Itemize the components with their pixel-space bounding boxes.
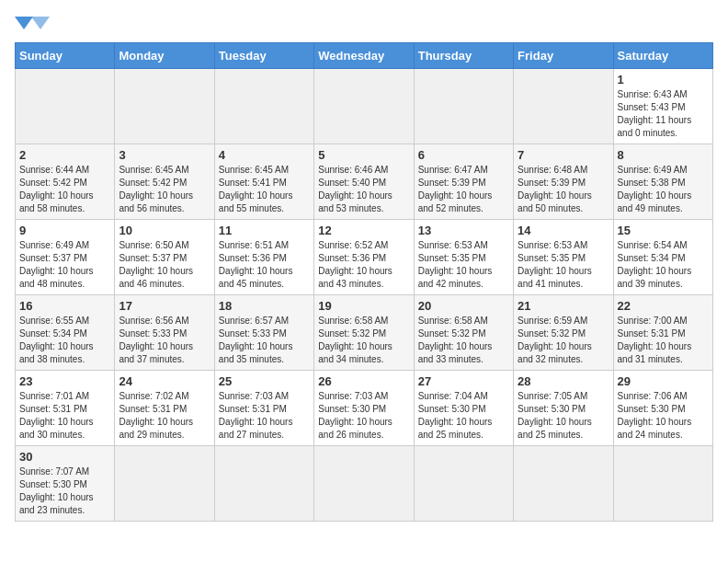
day-info: Sunrise: 6:44 AMSunset: 5:42 PMDaylight:… [19,164,110,215]
calendar-cell: 5Sunrise: 6:46 AMSunset: 5:40 PMDaylight… [314,144,414,220]
day-info: Sunrise: 7:06 AMSunset: 5:30 PMDaylight:… [618,390,709,442]
day-info: Sunrise: 6:54 AMSunset: 5:34 PMDaylight:… [618,239,709,291]
day-number: 2 [19,148,110,162]
calendar-cell: 1Sunrise: 6:43 AMSunset: 5:43 PMDaylight… [613,69,712,144]
day-info: Sunrise: 7:02 AMSunset: 5:31 PMDaylight:… [119,390,210,442]
calendar-cell [16,69,115,144]
calendar-cell: 23Sunrise: 7:01 AMSunset: 5:31 PMDayligh… [16,371,115,446]
day-info: Sunrise: 6:45 AMSunset: 5:42 PMDaylight:… [119,164,210,215]
day-number: 11 [219,224,310,237]
day-info: Sunrise: 6:49 AMSunset: 5:38 PMDaylight:… [618,164,709,215]
day-info: Sunrise: 7:03 AMSunset: 5:30 PMDaylight:… [318,390,409,442]
calendar-cell: 29Sunrise: 7:06 AMSunset: 5:30 PMDayligh… [613,371,712,446]
day-info: Sunrise: 6:51 AMSunset: 5:36 PMDaylight:… [219,239,310,291]
day-info: Sunrise: 7:05 AMSunset: 5:30 PMDaylight:… [518,390,609,442]
day-info: Sunrise: 6:55 AMSunset: 5:34 PMDaylight:… [19,315,110,366]
day-info: Sunrise: 6:58 AMSunset: 5:32 PMDaylight:… [318,315,409,366]
calendar-cell [414,69,513,144]
day-number: 9 [19,224,110,237]
day-number: 3 [119,148,210,162]
day-info: Sunrise: 6:49 AMSunset: 5:37 PMDaylight:… [19,239,110,291]
calendar-cell [514,446,613,522]
day-number: 19 [318,299,409,313]
day-number: 12 [318,224,409,237]
calendar-cell [613,446,712,522]
calendar-cell: 11Sunrise: 6:51 AMSunset: 5:36 PMDayligh… [214,220,313,295]
calendar-cell [414,446,513,522]
day-info: Sunrise: 6:45 AMSunset: 5:41 PMDaylight:… [219,164,310,215]
page-header [15,15,713,31]
calendar-week-1: 1Sunrise: 6:43 AMSunset: 5:43 PMDaylight… [16,69,713,144]
day-info: Sunrise: 6:56 AMSunset: 5:33 PMDaylight:… [119,315,210,366]
day-info: Sunrise: 6:46 AMSunset: 5:40 PMDaylight:… [318,164,409,215]
day-info: Sunrise: 6:47 AMSunset: 5:39 PMDaylight:… [418,164,509,215]
calendar-week-5: 23Sunrise: 7:01 AMSunset: 5:31 PMDayligh… [16,371,713,446]
calendar-cell: 15Sunrise: 6:54 AMSunset: 5:34 PMDayligh… [613,220,712,295]
day-number: 20 [418,299,509,313]
day-info: Sunrise: 6:48 AMSunset: 5:39 PMDaylight:… [518,164,609,215]
day-info: Sunrise: 7:00 AMSunset: 5:31 PMDaylight:… [618,315,709,366]
calendar-cell: 16Sunrise: 6:55 AMSunset: 5:34 PMDayligh… [16,295,115,371]
day-number: 16 [19,299,110,313]
day-info: Sunrise: 6:59 AMSunset: 5:32 PMDaylight:… [518,315,609,366]
col-header-saturday: Saturday [613,43,712,69]
day-info: Sunrise: 6:58 AMSunset: 5:32 PMDaylight:… [418,315,509,366]
day-number: 7 [518,148,609,162]
svg-marker-1 [31,17,50,29]
day-info: Sunrise: 6:53 AMSunset: 5:35 PMDaylight:… [518,239,609,291]
calendar-cell [214,446,313,522]
day-info: Sunrise: 7:01 AMSunset: 5:31 PMDaylight:… [19,390,110,442]
day-number: 25 [219,374,310,388]
calendar-cell: 24Sunrise: 7:02 AMSunset: 5:31 PMDayligh… [115,371,214,446]
day-info: Sunrise: 6:57 AMSunset: 5:33 PMDaylight:… [219,315,310,366]
day-number: 4 [219,148,310,162]
col-header-tuesday: Tuesday [214,43,313,69]
day-info: Sunrise: 6:52 AMSunset: 5:36 PMDaylight:… [318,239,409,291]
calendar-week-2: 2Sunrise: 6:44 AMSunset: 5:42 PMDaylight… [16,144,713,220]
calendar-cell: 30Sunrise: 7:07 AMSunset: 5:30 PMDayligh… [16,446,115,522]
calendar-cell: 28Sunrise: 7:05 AMSunset: 5:30 PMDayligh… [514,371,613,446]
day-number: 8 [618,148,709,162]
day-number: 14 [518,224,609,237]
calendar-cell: 25Sunrise: 7:03 AMSunset: 5:31 PMDayligh… [214,371,313,446]
calendar-cell: 20Sunrise: 6:58 AMSunset: 5:32 PMDayligh… [414,295,513,371]
calendar-cell: 6Sunrise: 6:47 AMSunset: 5:39 PMDaylight… [414,144,513,220]
calendar-cell: 10Sunrise: 6:50 AMSunset: 5:37 PMDayligh… [115,220,214,295]
day-number: 30 [19,450,110,464]
calendar-cell: 19Sunrise: 6:58 AMSunset: 5:32 PMDayligh… [314,295,414,371]
calendar-cell: 4Sunrise: 6:45 AMSunset: 5:41 PMDaylight… [214,144,313,220]
day-number: 26 [318,374,409,388]
calendar-cell [514,69,613,144]
calendar-cell [314,69,414,144]
calendar-cell: 21Sunrise: 6:59 AMSunset: 5:32 PMDayligh… [514,295,613,371]
col-header-friday: Friday [514,43,613,69]
logo-wave-icon [15,17,79,31]
day-number: 18 [219,299,310,313]
day-number: 24 [119,374,210,388]
day-info: Sunrise: 7:03 AMSunset: 5:31 PMDaylight:… [219,390,310,442]
col-header-thursday: Thursday [414,43,513,69]
day-number: 13 [418,224,509,237]
calendar-week-6: 30Sunrise: 7:07 AMSunset: 5:30 PMDayligh… [16,446,713,522]
calendar-table: SundayMondayTuesdayWednesdayThursdayFrid… [15,42,713,522]
calendar-week-3: 9Sunrise: 6:49 AMSunset: 5:37 PMDaylight… [16,220,713,295]
logo [15,15,79,31]
col-header-wednesday: Wednesday [314,43,414,69]
day-number: 23 [19,374,110,388]
day-info: Sunrise: 7:07 AMSunset: 5:30 PMDaylight:… [19,465,110,517]
day-number: 10 [119,224,210,237]
day-number: 28 [518,374,609,388]
calendar-cell: 26Sunrise: 7:03 AMSunset: 5:30 PMDayligh… [314,371,414,446]
calendar-cell: 27Sunrise: 7:04 AMSunset: 5:30 PMDayligh… [414,371,513,446]
calendar-cell: 22Sunrise: 7:00 AMSunset: 5:31 PMDayligh… [613,295,712,371]
calendar-cell: 3Sunrise: 6:45 AMSunset: 5:42 PMDaylight… [115,144,214,220]
calendar-cell [115,69,214,144]
calendar-week-4: 16Sunrise: 6:55 AMSunset: 5:34 PMDayligh… [16,295,713,371]
col-header-monday: Monday [115,43,214,69]
svg-marker-0 [15,17,33,29]
day-number: 27 [418,374,509,388]
calendar-cell: 12Sunrise: 6:52 AMSunset: 5:36 PMDayligh… [314,220,414,295]
day-info: Sunrise: 6:53 AMSunset: 5:35 PMDaylight:… [418,239,509,291]
day-info: Sunrise: 7:04 AMSunset: 5:30 PMDaylight:… [418,390,509,442]
day-number: 22 [618,299,709,313]
